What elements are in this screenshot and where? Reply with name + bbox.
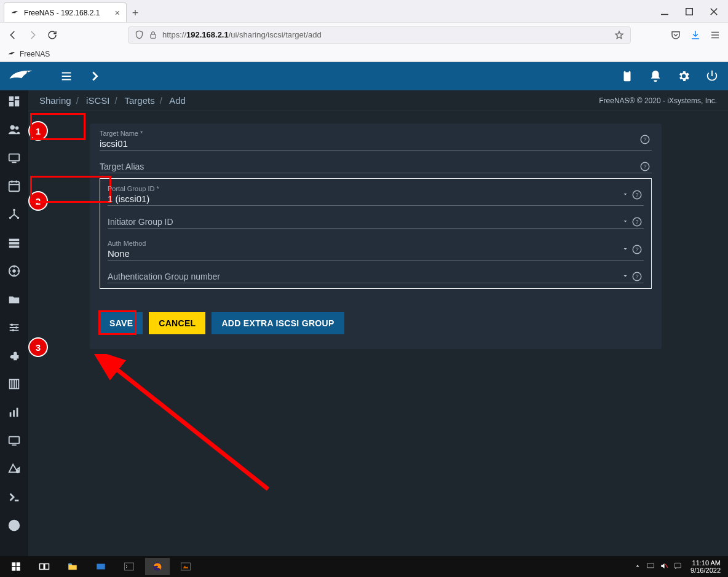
nav-bar: https://192.168.2.1/ui/sharing/iscsi/tar…: [0, 22, 728, 47]
portal-group-field[interactable]: Portal Group ID * 1 (iscsi01) ?: [108, 184, 644, 206]
help-icon[interactable]: ?: [630, 188, 644, 202]
svg-point-26: [17, 270, 18, 272]
svg-point-29: [12, 329, 14, 332]
target-name-value[interactable]: iscsi01: [100, 138, 652, 149]
target-name-field[interactable]: Target Name * iscsi01 ?: [100, 128, 652, 151]
clock-time: 11:10 AM: [690, 559, 721, 567]
sidebar-item-accounts[interactable]: [7, 122, 22, 137]
help-icon[interactable]: ?: [630, 243, 644, 256]
bookmark-name[interactable]: FreeNAS: [20, 50, 50, 58]
help-icon[interactable]: ?: [638, 160, 652, 173]
sidebar-item-reporting[interactable]: [7, 405, 22, 420]
window-maximize-icon[interactable]: [684, 6, 695, 17]
sidebar-item-guide[interactable]: [7, 518, 22, 533]
chevron-down-icon[interactable]: [622, 244, 629, 255]
url-text: https://192.168.2.1/ui/sharing/iscsi/tar…: [162, 30, 322, 39]
sidebar-item-services[interactable]: [7, 320, 22, 335]
downloads-icon[interactable]: [690, 29, 701, 41]
svg-point-24: [14, 274, 15, 275]
svg-point-10: [10, 125, 15, 130]
chevron-down-icon[interactable]: [622, 216, 629, 227]
sidebar-item-shell[interactable]: [7, 490, 22, 504]
bookmark-star-icon[interactable]: [614, 30, 624, 40]
auth-group-field[interactable]: Authentication Group number ?: [108, 270, 644, 283]
sidebar-item-jails[interactable]: [7, 377, 22, 391]
nav-reload-icon[interactable]: [47, 29, 58, 41]
app-icon[interactable]: [89, 558, 113, 575]
file-explorer-icon[interactable]: [60, 558, 85, 575]
tray-chevron-up-icon[interactable]: [634, 562, 641, 571]
nav-back-icon[interactable]: [7, 29, 18, 41]
sidebar-item-tasks[interactable]: [7, 179, 22, 194]
sidebar-item-directory[interactable]: [7, 264, 22, 278]
menu-icon[interactable]: [59, 69, 74, 84]
sidebar-item-sharing[interactable]: [7, 292, 22, 307]
app-menu-icon[interactable]: [710, 29, 721, 41]
breadcrumb-sharing[interactable]: Sharing: [39, 95, 71, 106]
svg-point-11: [15, 127, 19, 130]
sidebar-item-plugins[interactable]: [7, 348, 22, 363]
sidebar-item-system[interactable]: [7, 151, 22, 165]
svg-line-63: [665, 564, 668, 568]
task-view-icon[interactable]: [32, 558, 57, 575]
sidebar-item-display[interactable]: [7, 461, 22, 476]
breadcrumb-targets[interactable]: Targets: [124, 95, 154, 106]
url-path: /ui/sharing/iscsi/target/add: [229, 30, 322, 39]
svg-rect-54: [17, 567, 20, 571]
browser-tab[interactable]: FreeNAS - 192.168.2.1 ×: [4, 2, 127, 22]
sidebar-item-vm[interactable]: [7, 433, 22, 448]
help-icon[interactable]: ?: [630, 270, 644, 283]
initiator-group-field[interactable]: Initiator Group ID ?: [108, 216, 644, 229]
breadcrumb-iscsi[interactable]: iSCSI: [86, 95, 109, 106]
app-logo-icon[interactable]: [9, 67, 36, 85]
help-icon[interactable]: ?: [630, 215, 644, 229]
url-bar[interactable]: https://192.168.2.1/ui/sharing/iscsi/tar…: [128, 26, 631, 44]
app2-icon[interactable]: [173, 558, 198, 575]
power-icon[interactable]: [705, 69, 719, 84]
svg-rect-13: [12, 162, 16, 163]
taskbar-clock[interactable]: 11:10 AM 9/16/2022: [690, 559, 721, 574]
tray-chat-icon[interactable]: [673, 562, 682, 571]
tab-close-icon[interactable]: ×: [115, 8, 120, 18]
svg-rect-64: [675, 563, 681, 568]
firefox-icon[interactable]: [145, 558, 170, 575]
auth-method-field[interactable]: Auth Method None ?: [108, 238, 644, 261]
save-button[interactable]: SAVE: [100, 312, 143, 334]
breadcrumb-add[interactable]: Add: [169, 95, 186, 106]
portal-group-value[interactable]: 1 (iscsi01): [108, 194, 644, 204]
chevron-right-icon[interactable]: [87, 69, 102, 84]
chevron-down-icon[interactable]: [622, 189, 629, 200]
chevron-down-icon[interactable]: [622, 271, 629, 282]
tray-monitor-icon[interactable]: [646, 562, 655, 571]
browser-chrome: FreeNAS - 192.168.2.1 × + https://192.16…: [0, 0, 728, 62]
svg-rect-4: [624, 71, 631, 82]
svg-rect-58: [97, 564, 105, 570]
svg-rect-14: [9, 182, 20, 192]
sidebar-item-network[interactable]: [7, 207, 22, 222]
window-minimize-icon[interactable]: [659, 6, 670, 17]
svg-rect-5: [625, 70, 629, 73]
window-close-icon[interactable]: [708, 6, 719, 17]
auth-method-value[interactable]: None: [108, 248, 644, 259]
svg-rect-8: [15, 100, 19, 106]
terminal-icon[interactable]: [117, 558, 141, 575]
add-extra-iscsi-group-button[interactable]: ADD EXTRA ISCSI GROUP: [212, 312, 344, 334]
svg-rect-34: [9, 437, 20, 444]
gear-icon[interactable]: [676, 69, 691, 84]
clipboard-icon[interactable]: [620, 69, 635, 84]
svg-rect-52: [17, 562, 20, 566]
sidebar-item-dashboard[interactable]: [7, 94, 22, 109]
start-button[interactable]: [4, 558, 28, 575]
breadcrumb: Sharing/ iSCSI/ Targets/ Add: [39, 95, 186, 106]
pocket-icon[interactable]: [670, 29, 681, 41]
tray-volume-icon[interactable]: [660, 562, 668, 571]
url-prefix: https://: [162, 30, 186, 39]
nav-forward-icon[interactable]: [27, 29, 38, 41]
target-alias-field[interactable]: Target Alias ?: [100, 160, 652, 173]
help-icon[interactable]: ?: [638, 133, 652, 146]
new-tab-button[interactable]: +: [127, 4, 144, 22]
bell-icon[interactable]: [648, 69, 663, 84]
cancel-button[interactable]: CANCEL: [149, 312, 205, 334]
sidebar-item-storage[interactable]: [7, 235, 22, 250]
system-tray[interactable]: [634, 562, 682, 571]
